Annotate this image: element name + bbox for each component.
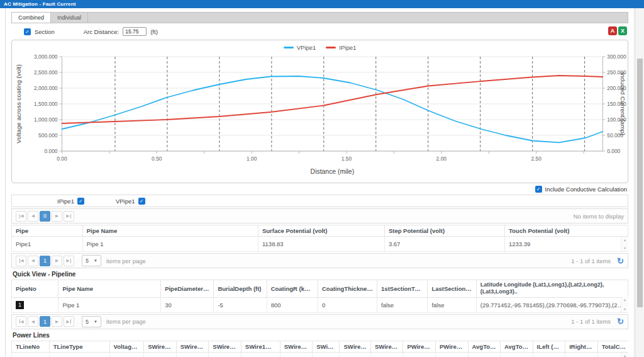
column-header[interactable]: PipeDiameter (inch)	[161, 280, 214, 298]
ipipe-checkbox[interactable]: ✓	[77, 198, 84, 205]
table-row: 1Horizontal(Circuit60.4800723.60.0210723…	[12, 352, 629, 357]
column-header[interactable]: 1stSectionTerminated	[377, 280, 428, 298]
table-cell: 3.67	[384, 237, 504, 252]
arc-distance-label: Arc Distance:	[84, 28, 119, 35]
check-icon: ✓	[24, 28, 31, 35]
next-page-button[interactable]: ▶	[52, 211, 62, 222]
prev-page-button[interactable]: ◀	[28, 256, 38, 266]
column-header[interactable]: AvgTowerS...	[468, 341, 501, 352]
column-header[interactable]: SWire2R (o...	[340, 341, 370, 352]
column-header[interactable]: CoatingR (kohm-ft2)	[267, 280, 318, 298]
column-header[interactable]: SWire2Hei...	[313, 341, 340, 352]
last-page-button[interactable]: ▶	[64, 316, 74, 327]
column-header[interactable]: Voltage(kV)	[109, 341, 144, 352]
column-header[interactable]: PWire1Hei...	[436, 341, 469, 352]
column-header[interactable]: BurialDepth (ft)	[214, 280, 267, 298]
table-cell: Horizontal(Circuit	[49, 352, 109, 357]
prev-page-button[interactable]: ◀	[28, 211, 38, 222]
column-header[interactable]: SWire2GM...	[370, 341, 403, 352]
refresh-icon[interactable]: ↻	[617, 317, 624, 326]
include-conductive-checkbox[interactable]: ✓	[535, 186, 542, 193]
page-scrollbar-thumb[interactable]	[637, 59, 643, 307]
tab-combined[interactable]: Combined	[12, 13, 51, 23]
column-header[interactable]: IRight (amp)	[565, 341, 598, 352]
column-header[interactable]: Touch Potential (volt)	[504, 225, 628, 237]
legend-item[interactable]: VPipe1	[284, 44, 316, 51]
column-header[interactable]: PWire1De...	[403, 341, 436, 352]
column-header[interactable]: Pipe	[12, 225, 83, 237]
column-header[interactable]: PipeNo	[12, 280, 58, 298]
table-cell: -5	[214, 297, 267, 312]
column-header[interactable]: SWire1Hei...	[176, 341, 209, 352]
column-header[interactable]: SWire2Dep...	[280, 341, 313, 352]
column-header[interactable]: CoatingThickness (inch)	[318, 280, 377, 298]
column-header[interactable]: Pipe Name	[82, 225, 258, 237]
scroll-up-icon[interactable]: ▲	[623, 298, 626, 302]
first-page-button[interactable]: ◀	[16, 316, 26, 327]
table-cell: 0.021	[370, 352, 403, 357]
last-page-button[interactable]: ▶	[64, 256, 74, 266]
table-cell: 1	[12, 297, 58, 312]
column-header[interactable]: SWire1R (u...	[209, 341, 242, 352]
column-header[interactable]: Latitude Longitude (Lat1,Long1),(Lat2,Lo…	[476, 280, 628, 298]
empty-grid-pager: ◀ ◀ 0 ▶ ▶ No items to display	[11, 208, 628, 224]
column-header[interactable]: Pipe Name	[58, 280, 161, 298]
refresh-icon[interactable]: ↻	[617, 256, 624, 266]
grid-scrollbar[interactable]: ▲ ▼	[621, 353, 628, 357]
table-cell: 1138.83	[258, 237, 384, 252]
next-page-button[interactable]: ▶	[52, 256, 62, 266]
column-header[interactable]: LastSectionTerminat...	[428, 280, 476, 298]
row-header-badge[interactable]: 1	[16, 301, 24, 309]
scroll-down-icon[interactable]: ▼	[623, 307, 626, 311]
current-page-button[interactable]: 0	[40, 211, 50, 222]
legend-item[interactable]: IPipe1	[326, 44, 356, 51]
legend-swatch	[326, 47, 336, 48]
page-scrollbar[interactable]	[635, 8, 644, 357]
export-buttons: A X	[608, 26, 627, 35]
svg-text:1.50: 1.50	[341, 156, 352, 162]
first-page-button[interactable]: ◀	[16, 256, 26, 266]
table-cell: 1	[12, 352, 50, 357]
vpipe-checkbox[interactable]: ✓	[138, 198, 145, 205]
first-page-button[interactable]: ◀	[16, 211, 26, 222]
page-size-dropdown[interactable]: 5 ▼	[82, 316, 101, 327]
scroll-up-icon[interactable]: ▲	[623, 238, 626, 242]
section-label: Section	[35, 28, 55, 35]
column-header[interactable]: ILeft (amp)	[533, 341, 565, 352]
last-page-button[interactable]: ▶	[64, 211, 74, 222]
pager: ◀ ◀ 0 ▶ ▶	[16, 211, 74, 222]
table-cell: 60	[436, 352, 469, 357]
current-page-button[interactable]: 1	[40, 256, 50, 266]
column-header[interactable]: SWire1GMR (in...	[241, 341, 280, 352]
table-cell: 5	[501, 352, 533, 357]
current-page-button[interactable]: 1	[40, 316, 50, 327]
pipeline-grid-pager: ◀ ◀ 1 ▶ ▶ 5 ▼ items per page 1 - 1 of 1 …	[11, 314, 628, 329]
grid-scrollbar[interactable]: ▲ ▼	[621, 297, 628, 312]
table-cell: 72	[176, 352, 209, 357]
column-header[interactable]: TLineNo	[12, 341, 50, 352]
table-cell: 12000	[565, 352, 598, 357]
column-header[interactable]: TLineType	[49, 341, 109, 352]
prev-page-button[interactable]: ◀	[28, 316, 38, 327]
svg-text:0.50: 0.50	[152, 156, 162, 162]
pdf-export-icon[interactable]: A	[608, 26, 617, 35]
column-header[interactable]: Step Potential (volt)	[384, 225, 504, 237]
window-title: AC Mitigation - Fault Current	[0, 0, 644, 8]
excel-export-icon[interactable]: X	[618, 26, 627, 35]
scroll-down-icon[interactable]: ▼	[623, 246, 626, 250]
next-page-button[interactable]: ▶	[52, 316, 62, 327]
column-header[interactable]: AvgTower...	[501, 341, 533, 352]
scroll-up-icon[interactable]: ▲	[623, 354, 626, 357]
grid-scrollbar[interactable]: ▲ ▼	[621, 237, 628, 251]
column-header[interactable]: SWire1Dep...	[144, 341, 177, 352]
column-header[interactable]: Surface Potential (volt)	[258, 225, 384, 237]
tab-individual[interactable]: Individual	[51, 13, 88, 23]
svg-text:3,000.000: 3,000.000	[34, 54, 58, 60]
vpipe-toggle-label: VPipe1	[116, 198, 135, 205]
column-header[interactable]: TotalCurre...	[597, 341, 628, 352]
section-checkbox[interactable]: ✓	[24, 28, 31, 35]
arc-distance-input[interactable]	[123, 27, 147, 36]
chart-panel: VPipe1IPipe1 0.000500.0001,000.0001,500.…	[11, 40, 628, 183]
include-conductive-label: Include Conductive Calculation	[545, 186, 627, 193]
page-size-dropdown[interactable]: 5 ▼	[82, 255, 101, 266]
